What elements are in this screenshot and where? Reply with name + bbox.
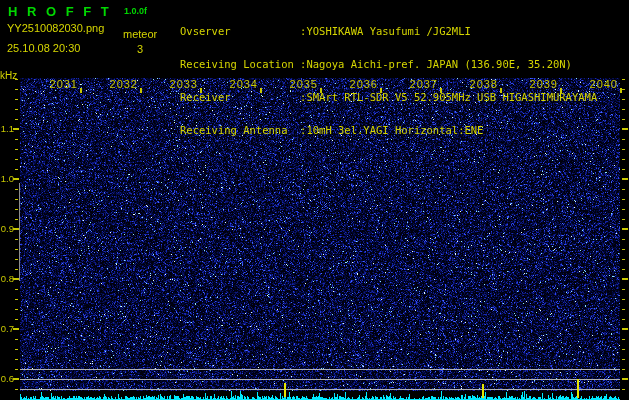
location-line: Receiving Location :Nagoya Aichi-pref. J…: [180, 59, 597, 70]
observer-line: Ovserver :YOSHIKAWA Yasufumi /JG2MLI: [180, 26, 597, 37]
time-tick-label: 2036: [343, 78, 378, 90]
output-filename: YY2510082030.png: [7, 22, 104, 34]
time-tick-label: 2031: [43, 78, 78, 90]
freq-tick-label: 0.8: [0, 273, 14, 284]
hrofft-spectrogram-screen: H R O F F T 1.0.0f YY2510082030.png mete…: [0, 0, 629, 400]
observation-datetime: 25.10.08 20:30: [7, 42, 80, 54]
time-tick-label: 2038: [463, 78, 498, 90]
freq-tick-label: 1.0: [0, 173, 14, 184]
app-title: H R O F F T: [8, 4, 112, 19]
time-tick-label: 2040: [583, 78, 618, 90]
freq-tick-label: 1.1: [0, 123, 14, 134]
receiver-line: Receiver :SMArt RTL-SDR V5 52.905MHz USB…: [180, 92, 597, 103]
time-tick-label: 2039: [523, 78, 558, 90]
freq-tick-label: 0.6: [0, 373, 14, 384]
mode-label: meteor: [123, 28, 157, 40]
freq-tick-label: 0.9: [0, 223, 14, 234]
freq-tick-label: 0.7: [0, 323, 14, 334]
time-tick-label: 2033: [163, 78, 198, 90]
khz-unit-label: kHz: [0, 70, 17, 81]
app-version: 1.0.0f: [124, 6, 147, 16]
time-tick-label: 2035: [283, 78, 318, 90]
time-tick-label: 2034: [223, 78, 258, 90]
time-tick-label: 2037: [403, 78, 438, 90]
antenna-line: Receiving Antenna :10mH 3el.YAGI Horizon…: [180, 125, 597, 136]
time-tick-label: 2032: [103, 78, 138, 90]
meteor-count: 3: [137, 43, 143, 55]
